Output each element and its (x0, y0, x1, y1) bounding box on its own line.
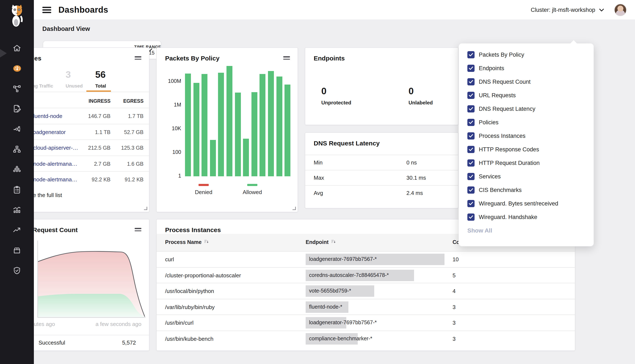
sort-icon[interactable] (331, 239, 336, 245)
dropdown-item-cis-benchmarks[interactable]: CIS Benchmarks (459, 183, 593, 196)
process-name: curl (165, 256, 174, 262)
image-assurance-icon (12, 246, 22, 255)
policies-stat-total[interactable]: 56Total (95, 70, 106, 88)
policy-ingress-value: 1.1 TB (68, 129, 110, 135)
dropdown-item-label: HTTP Request Duration (479, 160, 540, 166)
policy-egress-value: 125.3 GB (110, 145, 143, 151)
latency-value: 2.4 ms (406, 190, 423, 196)
endpoints-stat-unlabeled: 0Unlabeled (408, 86, 433, 106)
process-name: /usr/local/bin/python (165, 288, 214, 294)
dropdown-item-wireguard-handshake[interactable]: Wireguard. Handshake (459, 210, 593, 224)
sidebar-item-threat-defense[interactable] (0, 262, 34, 279)
checkbox-checked[interactable] (467, 118, 475, 126)
packets-by-policy-card: Packets By Policy 100M1M10K1001 DeniedAl… (156, 47, 298, 212)
process-row: /var/lib/ruby/bin/rubyfluentd-node-*3 (157, 299, 575, 316)
resize-handle[interactable] (143, 206, 147, 210)
checkbox-checked[interactable] (467, 213, 475, 220)
legend-item-denied[interactable]: Denied (184, 184, 223, 195)
drag-handle-icon[interactable] (135, 228, 141, 232)
sidebar-item-compliance-reports[interactable] (0, 181, 34, 198)
checkbox-checked[interactable] (467, 51, 475, 58)
process-count: 3 (453, 304, 456, 310)
user-avatar[interactable] (614, 4, 626, 16)
resize-handle[interactable] (292, 206, 296, 210)
latency-label: Max (314, 174, 324, 181)
stat-value: 0 (321, 86, 351, 97)
drag-handle-icon[interactable] (283, 56, 290, 61)
endpoint-cell: loadgenerator-7697bb7567-* (306, 254, 380, 265)
show-all-link[interactable]: Show All (467, 227, 492, 234)
dropdown-item-policies[interactable]: Policies (459, 116, 593, 129)
dns-request-latency-card: DNS Request Latency Min0 nsMax30.1 msAvg… (305, 132, 459, 208)
legend-item-allowed[interactable]: Allowed (233, 184, 271, 195)
latency-row-avg: Avg2.4 ms (305, 185, 458, 201)
sidebar-item-activity-stats[interactable] (0, 202, 34, 218)
sidebar-item-image-assurance[interactable] (0, 242, 34, 259)
checkbox-checked[interactable] (467, 132, 475, 139)
menu-icon[interactable] (42, 6, 51, 13)
dropdown-item-packets-by-policy[interactable]: Packets By Policy (459, 48, 593, 61)
allowed-bar (201, 74, 207, 176)
process-row: curlloadgenerator-7697bb7567-*10 (157, 251, 575, 268)
checkbox-checked[interactable] (467, 173, 475, 180)
checkbox-checked[interactable] (467, 64, 475, 72)
process-name: /cluster-proportional-autoscaler (165, 272, 241, 278)
legend-label: Allowed (233, 189, 271, 195)
sort-icon[interactable] (204, 239, 209, 245)
policies-stat-unused[interactable]: 3Unused (66, 70, 83, 88)
checkbox-checked[interactable] (467, 146, 475, 153)
service-graph-icon (12, 84, 22, 93)
sidebar-item-network-sets[interactable] (0, 141, 34, 158)
process-row: /usr/local/bin/pythonvote-5655bd759-*4 (157, 283, 575, 299)
threat-feeds-icon (12, 225, 22, 235)
dropdown-item-url-requests[interactable]: URL Requests (459, 88, 593, 102)
column-header-process-name[interactable]: Process Name (165, 239, 209, 245)
endpoints-card: Endpoints 0Unprotected0Unlabeled (305, 47, 459, 125)
bar-chart (185, 66, 292, 176)
drag-handle-icon[interactable] (135, 56, 141, 61)
sidebar-item-service-graph[interactable] (0, 80, 34, 97)
column-header-endpoint[interactable]: Endpoint (306, 239, 336, 245)
dropdown-item-dns-request-latency[interactable]: DNS Request Latency (459, 102, 593, 116)
flow-visualizations-icon (12, 124, 22, 134)
dropdown-item-services[interactable]: Services (459, 170, 593, 183)
sidebar-item-home[interactable] (0, 40, 34, 57)
checkbox-checked[interactable] (467, 105, 475, 112)
sidebar-item-managed-endpoints[interactable] (0, 161, 34, 178)
dropdown-item-http-response-codes[interactable]: HTTP Response Codes (459, 142, 593, 156)
allowed-bar (185, 74, 191, 176)
dropdown-item-wireguard-bytes-sent-received[interactable]: Wireguard. Bytes sent/received (459, 196, 593, 210)
dropdown-item-http-request-duration[interactable]: HTTP Request Duration (459, 156, 593, 170)
dropdown-item-process-instances[interactable]: Process Instances (459, 129, 593, 142)
checkbox-checked[interactable] (467, 200, 475, 207)
sidebar-item-threat-feeds[interactable] (0, 222, 34, 238)
endpoint-cell: loadgenerator-7697bb7567-* (306, 317, 380, 329)
dropdown-item-label: DNS Request Count (479, 78, 531, 85)
checkbox-checked[interactable] (467, 186, 475, 194)
managed-endpoints-icon (12, 165, 22, 174)
sidebar-item-dashboards[interactable] (0, 60, 34, 77)
process-name: /var/lib/ruby/bin/ruby (165, 304, 215, 310)
checkbox-checked[interactable] (467, 159, 475, 166)
x-axis-label: a few seconds ago (82, 321, 141, 327)
calico-cat-logo[interactable] (8, 4, 26, 27)
process-name: /usr/bin/curl (165, 320, 193, 326)
process-count: 3 (453, 320, 456, 326)
sidebar-item-flow-visualizations[interactable] (0, 120, 34, 138)
dropdown-item-dns-request-count[interactable]: DNS Request Count (459, 75, 593, 88)
dropdown-item-label: Endpoints (479, 65, 504, 71)
process-card-title: Process Instances (165, 226, 221, 233)
checkbox-checked[interactable] (467, 92, 475, 99)
policy-egress-value: 1.7 TB (110, 113, 143, 119)
policy-ingress-value: 2.7 GB (68, 161, 110, 167)
checkbox-checked[interactable] (467, 78, 475, 85)
dropdown-item-label: Packets By Policy (479, 51, 524, 58)
stat-value: 3 (66, 70, 83, 80)
cluster-selector[interactable]: Cluster: jlt-msft-workshop (531, 6, 604, 13)
chevron-down-icon (599, 6, 604, 13)
policy-egress-value: 1.6 GB (110, 161, 143, 167)
sidebar-item-policies[interactable] (0, 100, 34, 117)
process-row: /usr/bin/kube-benchcompliance-benchmarke… (157, 330, 575, 347)
dropdown-item-endpoints[interactable]: Endpoints (459, 61, 593, 75)
process-row: /usr/bin/curlloadgenerator-7697bb7567-*3 (157, 315, 575, 331)
